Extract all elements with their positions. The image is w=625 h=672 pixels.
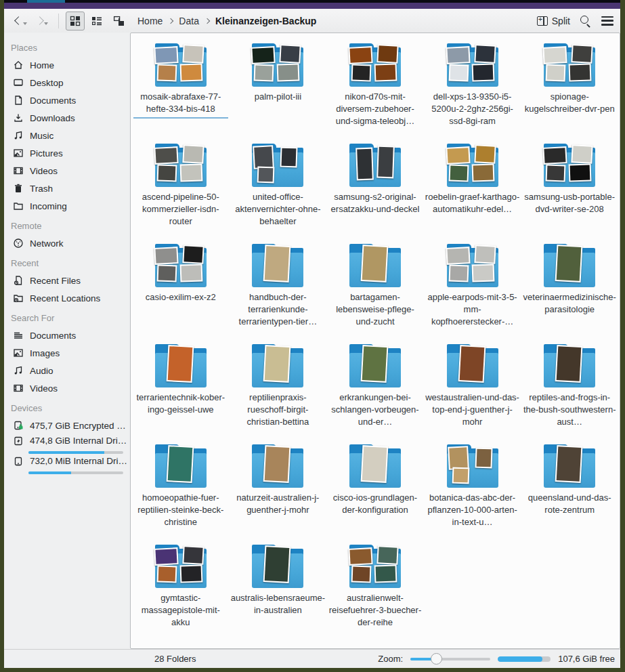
photo-thumbnail xyxy=(348,547,372,566)
details-view-icon xyxy=(91,16,102,26)
folder-item[interactable]: australienwelt-reisefuehrer-3-buecher-de… xyxy=(326,543,424,643)
icons-view-button[interactable] xyxy=(66,12,85,30)
folder-item[interactable]: erkrankungen-bei-schlangen-vorbeugen-und… xyxy=(326,342,424,442)
details-view-button[interactable] xyxy=(87,12,106,30)
folder-icon xyxy=(152,144,209,187)
folder-grid: mosaik-abrafaxe-77-hefte-334-bis-418 pal… xyxy=(131,33,620,643)
columns-view-button[interactable] xyxy=(109,12,128,30)
breadcrumb-item-data[interactable]: Data xyxy=(179,16,199,26)
folder-item[interactable]: reptilienpraxis-rueschoff-birgit-christi… xyxy=(230,342,327,442)
folder-name: queensland-und-das-rote-zentrum xyxy=(522,492,617,516)
photo-thumbnail xyxy=(277,63,300,81)
photo-thumbnail xyxy=(156,64,177,82)
photo-thumbnail xyxy=(182,545,204,565)
sidebar-item-trash[interactable]: Trash xyxy=(4,180,130,197)
folder-item[interactable]: homoeopathie-fuer-reptilien-steinke-beck… xyxy=(132,442,230,543)
folder-item[interactable]: westaustralien-und-das-top-end-j-guenthe… xyxy=(424,342,521,442)
photo-thumbnail xyxy=(179,264,202,282)
folder-icon xyxy=(541,144,598,187)
photo-thumbnail xyxy=(475,448,492,469)
folder-item[interactable]: bartagamen-lebensweise-pflege-und-zucht xyxy=(326,242,424,342)
photo-thumbnail xyxy=(555,345,583,383)
breadcrumb-item-home[interactable]: Home xyxy=(137,16,163,26)
forward-button[interactable] xyxy=(33,15,51,26)
folder-item[interactable]: queensland-und-das-rote-zentrum xyxy=(521,442,618,543)
folder-item[interactable]: veterinaermedizinische-parasitologie xyxy=(521,242,618,342)
search-icon[interactable] xyxy=(580,15,592,27)
folder-item[interactable]: mosaik-abrafaxe-77-hefte-334-bis-418 xyxy=(132,41,230,142)
photo-thumbnail xyxy=(179,63,202,81)
folder-icon xyxy=(444,43,501,87)
trash-icon xyxy=(13,183,24,194)
folder-item[interactable]: spionage-kugelschreiber-dvr-pen xyxy=(521,41,618,142)
sidebar-item-475-7-gib-encrypted-[interactable]: 475,7 GiB Encrypted … xyxy=(4,417,130,434)
zoom-slider[interactable] xyxy=(410,653,490,665)
sidebar-item-incoming[interactable]: Incoming xyxy=(4,197,130,215)
folder-icon xyxy=(249,344,306,387)
breadcrumb-item-kleinanzeigen-backup[interactable]: Kleinanzeigen-Backup xyxy=(215,16,316,26)
folder-item[interactable]: samsung-s2-original-ersatzakku-und-decke… xyxy=(326,142,424,242)
folder-item[interactable]: cisco-ios-grundlagen-der-konfiguration xyxy=(326,442,424,543)
folder-name: naturzeit-australien-j-guenther-j-mohr xyxy=(230,492,325,516)
sidebar-item-recent-files[interactable]: Recent Files xyxy=(4,272,130,289)
sidebar-item-home[interactable]: Home xyxy=(4,56,130,74)
folder-item[interactable]: ascend-pipeline-50-kommerzieller-isdn-ro… xyxy=(132,142,230,242)
zoom-slider-knob[interactable] xyxy=(431,653,442,665)
items-count: 28 Folders xyxy=(154,654,196,664)
sidebar-item-recent-locations[interactable]: Recent Locations xyxy=(4,289,130,307)
sidebar-item-downloads[interactable]: Downloads xyxy=(4,109,130,127)
folder-item[interactable]: casio-exilim-ex-z2 xyxy=(132,242,230,342)
sidebar-item-music[interactable]: Music xyxy=(4,127,130,144)
folder-icon xyxy=(249,43,306,87)
folder-item[interactable]: reptiles-and-frogs-in-the-bush-southwest… xyxy=(521,342,618,442)
folder-item[interactable]: roebelin-graef-karthago-automatikuhr-ede… xyxy=(424,142,521,242)
folder-item[interactable]: australis-lebensraeume-in-australien xyxy=(230,543,327,643)
folder-item[interactable]: handbuch-der-terrarienkunde-terrarientyp… xyxy=(230,242,327,342)
folder-item[interactable]: apple-earpods-mit-3-5-mm-kopfhoerersteck… xyxy=(424,242,521,342)
sidebar-item-audio[interactable]: Audio xyxy=(4,362,130,379)
photo-thumbnail xyxy=(263,545,291,583)
folder-item[interactable]: nikon-d70s-mit-diversem-zubehoer-und-sig… xyxy=(326,41,424,142)
hamburger-menu-icon[interactable] xyxy=(601,16,613,26)
sidebar-item-videos[interactable]: Videos xyxy=(4,379,130,397)
sidebar-item-documents[interactable]: Documents xyxy=(4,91,130,109)
folder-item[interactable]: palm-pilot-iii xyxy=(230,41,327,142)
sidebar-item-network[interactable]: Network xyxy=(4,234,130,252)
sidebar-item-videos[interactable]: Videos xyxy=(4,162,130,180)
folder-icon xyxy=(249,144,306,187)
split-button[interactable]: Split xyxy=(537,16,570,26)
folder-item[interactable]: dell-xps-13-9350-i5-5200u-2-2ghz-256gi-s… xyxy=(424,41,521,142)
photo-thumbnail xyxy=(471,63,494,81)
sidebar-item-pictures[interactable]: Pictures xyxy=(4,144,130,162)
photo-thumbnail xyxy=(154,46,178,64)
sidebar-item-images[interactable]: Images xyxy=(4,344,130,362)
photo-thumbnail xyxy=(474,144,496,164)
folder-name: bartagamen-lebensweise-pflege-und-zucht xyxy=(328,291,423,328)
folder-name: australis-lebensraeume-in-australien xyxy=(230,592,325,616)
photo-thumbnail xyxy=(474,44,496,64)
sidebar-item-732-0-mib-internal-dri-[interactable]: 732,0 MiB Internal Dri… xyxy=(4,455,130,475)
sidebar-item-documents[interactable]: Documents xyxy=(4,327,130,344)
document-icon xyxy=(13,95,24,106)
sidebar-item-label: Audio xyxy=(30,366,53,376)
folder-item[interactable]: terrarientechnik-kober-ingo-geissel-uwe xyxy=(132,342,230,442)
columns-view-icon xyxy=(113,16,125,26)
photo-thumbnail xyxy=(355,148,374,181)
sidebar-item-474-8-gib-internal-dri-[interactable]: 474,8 GiB Internal Dri… xyxy=(4,434,130,455)
folder-item[interactable]: naturzeit-australien-j-guenther-j-mohr xyxy=(230,442,327,543)
dolphin-window: HomeDataKleinanzeigen-Backup Split Place… xyxy=(4,0,620,668)
photo-thumbnail xyxy=(166,345,194,383)
folder-item[interactable]: gymtastic-massagepistole-mit-akku xyxy=(132,543,230,643)
device-usage-bar xyxy=(28,451,123,454)
toolbar: HomeDataKleinanzeigen-Backup Split xyxy=(4,9,620,33)
folder-item[interactable]: united-office-aktenvernichter-ohne-behae… xyxy=(230,142,327,242)
folder-item[interactable]: samsung-usb-portable-dvd-writer-se-208 xyxy=(521,142,618,242)
sidebar-item-desktop[interactable]: Desktop xyxy=(4,74,130,91)
folder-item[interactable]: botanica-das-abc-der-pflanzen-10-000-art… xyxy=(424,442,521,543)
photo-thumbnail xyxy=(156,165,177,182)
back-button[interactable] xyxy=(12,15,30,26)
video-icon xyxy=(13,165,24,176)
sidebar-item-label: Desktop xyxy=(30,78,64,88)
desktop-icon xyxy=(13,77,24,88)
folder-icon xyxy=(541,43,598,87)
